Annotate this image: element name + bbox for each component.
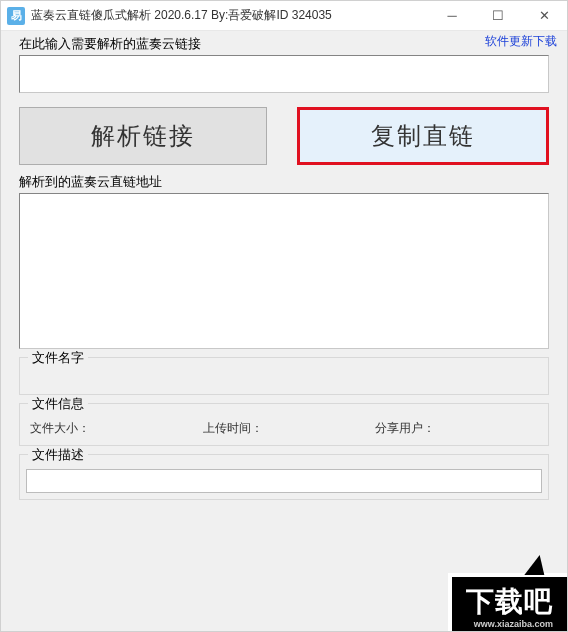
filename-group: 文件名字: [19, 357, 549, 395]
watermark-box: 下载吧 www.xiazaiba.com: [448, 573, 567, 631]
filedesc-group-title: 文件描述: [28, 446, 88, 464]
copy-button[interactable]: 复制直链: [297, 107, 549, 165]
watermark-arrow-icon: [524, 555, 549, 575]
watermark: 下载吧 www.xiazaiba.com: [448, 573, 567, 631]
close-button[interactable]: ✕: [521, 1, 567, 30]
watermark-text: 下载吧: [466, 586, 553, 617]
update-link[interactable]: 软件更新下载: [485, 33, 557, 50]
filedesc-group: 文件描述: [19, 454, 549, 500]
button-row: 解析链接 复制直链: [19, 107, 549, 165]
watermark-url: www.xiazaiba.com: [466, 619, 553, 629]
filename-group-title: 文件名字: [28, 349, 88, 367]
upload-time: 上传时间：: [203, 420, 366, 437]
share-user-label: 分享用户：: [375, 421, 435, 435]
input-url-field[interactable]: [20, 56, 548, 92]
window-title: 蓝奏云直链傻瓜式解析 2020.6.17 By:吾爱破解ID 324035: [31, 7, 429, 24]
app-window: 易 蓝奏云直链傻瓜式解析 2020.6.17 By:吾爱破解ID 324035 …: [0, 0, 568, 632]
parse-button[interactable]: 解析链接: [19, 107, 267, 165]
titlebar: 易 蓝奏云直链傻瓜式解析 2020.6.17 By:吾爱破解ID 324035 …: [1, 1, 567, 31]
file-size-label: 文件大小：: [30, 421, 90, 435]
upload-time-label: 上传时间：: [203, 421, 263, 435]
input-url-box: [19, 55, 549, 93]
maximize-button[interactable]: ☐: [475, 1, 521, 30]
result-addr-field[interactable]: [20, 194, 548, 348]
filedesc-box: [26, 469, 542, 493]
filedesc-field[interactable]: [27, 470, 541, 492]
fileinfo-group: 文件信息 文件大小： 上传时间： 分享用户：: [19, 403, 549, 446]
app-icon: 易: [7, 7, 25, 25]
file-size: 文件大小：: [30, 420, 193, 437]
client-area: 软件更新下载 在此输入需要解析的蓝奏云链接 解析链接 复制直链 解析到的蓝奏云直…: [1, 31, 567, 631]
minimize-button[interactable]: ─: [429, 1, 475, 30]
fileinfo-row: 文件大小： 上传时间： 分享用户：: [30, 420, 538, 437]
result-addr-box: [19, 193, 549, 349]
fileinfo-group-title: 文件信息: [28, 395, 88, 413]
share-user: 分享用户：: [375, 420, 538, 437]
window-controls: ─ ☐ ✕: [429, 1, 567, 30]
result-addr-label: 解析到的蓝奏云直链地址: [19, 173, 567, 191]
